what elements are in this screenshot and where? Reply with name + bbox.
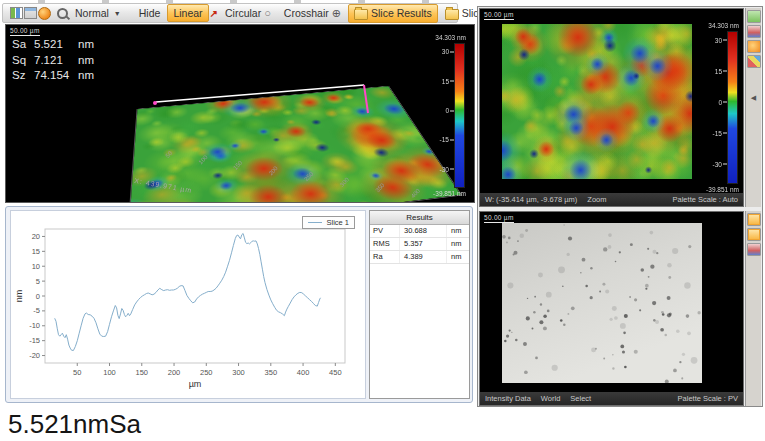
stat-sq: Sq7.121nm — [12, 53, 94, 69]
svg-text:350: 350 — [265, 368, 278, 377]
scale-bar-label: 50.00 µm — [484, 11, 514, 20]
view-mode-dropdown[interactable]: Normal ▼ — [69, 4, 127, 22]
folder-icon — [445, 9, 459, 20]
tool-select-button[interactable]: Select — [570, 394, 591, 403]
chevron-down-icon: ▼ — [114, 10, 121, 17]
palette-scale-button[interactable]: Palette Scale : PV — [678, 394, 738, 403]
layers-icon[interactable] — [747, 25, 761, 38]
intensity-view[interactable]: 50.00 µm Intensity Data World Select Pal… — [479, 211, 744, 406]
svg-text:20: 20 — [32, 232, 40, 241]
linear-slice-button[interactable]: Linear — [167, 4, 208, 22]
slice-profile-chart-panel[interactable]: 50100150200250300350400450-20-15-10-5051… — [10, 210, 366, 399]
stat-sz: Sz74.154nm — [12, 68, 94, 84]
table-row: RMS5.357nm — [370, 238, 469, 251]
palette-scale-button[interactable]: Palette Scale : Auto — [673, 195, 738, 204]
palette-icon[interactable] — [38, 7, 51, 20]
svg-text:0: 0 — [36, 292, 40, 301]
red-arrow-icon: ↗ — [210, 8, 218, 19]
map-side-toolbar: ◀ — [745, 8, 761, 207]
grid-icon — [10, 7, 23, 19]
measure-tool-icon[interactable] — [747, 243, 761, 256]
height-map-window: 50.00 µm 34.303 nm 30150-15-30 -39.851 n… — [479, 8, 761, 207]
slice-direction-icon[interactable]: ↗ — [210, 7, 218, 20]
colormap-icon[interactable] — [747, 55, 761, 68]
zoom-tool-icon[interactable] — [57, 7, 68, 20]
coordinate-space-button[interactable]: World — [541, 394, 560, 403]
svg-text:15: 15 — [32, 247, 40, 256]
split-view-icon — [24, 7, 37, 19]
svg-text:-10: -10 — [29, 321, 40, 330]
results-table-title: Results — [370, 211, 469, 225]
folder-icon — [354, 9, 368, 20]
circular-slice-button[interactable]: Circular○ — [219, 4, 277, 22]
table-row: PV30.688nm — [370, 225, 469, 238]
colorbar-gradient[interactable] — [454, 43, 465, 188]
height-colorbar[interactable]: 34.303 nm 30150-15-30 -39.851 nm — [414, 43, 466, 188]
svg-text:nm: nm — [14, 290, 24, 303]
svg-text:200: 200 — [168, 368, 181, 377]
colorbar-max-label: 34.303 nm — [435, 34, 466, 41]
surface-3d-panel[interactable]: 50.00 µm Sa5.521nm Sq7.121nm Sz74.154nm … — [5, 24, 475, 203]
slice-results-button[interactable]: Slice Results — [348, 4, 438, 23]
sa-readout: 5.521nmSa — [8, 409, 141, 440]
table-row: Ra4.389nm — [370, 251, 469, 264]
data-type-button[interactable]: Intensity Data — [485, 394, 531, 403]
layout-grid-icon[interactable] — [10, 7, 23, 20]
layout-split-icon[interactable] — [24, 7, 37, 20]
crosshair-button[interactable]: Crosshair⊕ — [278, 4, 347, 23]
svg-text:-20: -20 — [29, 351, 40, 360]
colorbar-ticks: 30150-15-30 — [701, 31, 727, 184]
svg-text:-5: -5 — [33, 306, 40, 315]
intensity-status-bar: Intensity Data World Select Palette Scal… — [480, 392, 743, 405]
svg-text:µm: µm — [189, 379, 202, 389]
intensity-window: 50.00 µm Intensity Data World Select Pal… — [479, 211, 761, 406]
surface-stats: Sa5.521nm Sq7.121nm Sz74.154nm — [12, 37, 94, 84]
intensity-canvas[interactable] — [502, 223, 702, 383]
colorbar-min-label: -39.851 nm — [433, 190, 466, 197]
svg-text:250: 250 — [200, 368, 213, 377]
collapse-arrow-icon[interactable]: ◀ — [751, 94, 756, 102]
colorbar-gradient[interactable] — [727, 31, 738, 184]
scale-bar-label: 50.00 µm — [10, 27, 40, 36]
svg-text:-15: -15 — [29, 336, 40, 345]
svg-text:50: 50 — [73, 368, 81, 377]
ruler-icon[interactable] — [747, 10, 761, 23]
crosshair-icon: ⊕ — [332, 7, 341, 20]
hide-button[interactable]: Hide — [133, 4, 167, 22]
svg-text:400: 400 — [297, 368, 310, 377]
legend-label: Slice 1 — [326, 218, 349, 227]
map-status-bar: W: (-35.414 µm, -9.678 µm) Zoom Palette … — [480, 193, 743, 206]
svg-text:100: 100 — [103, 368, 116, 377]
view-mode-label: Normal — [75, 7, 109, 19]
svg-text:150: 150 — [136, 368, 149, 377]
svg-text:300: 300 — [232, 368, 245, 377]
height-map-canvas[interactable] — [502, 24, 692, 179]
colorbar-ticks: 30150-15-30 — [428, 43, 454, 188]
svg-text:5: 5 — [36, 277, 40, 286]
pan-tool-icon[interactable] — [747, 213, 761, 226]
stat-sa: Sa5.521nm — [12, 37, 94, 53]
palette-icon[interactable] — [747, 40, 761, 53]
chart-legend[interactable]: Slice 1 — [302, 216, 355, 229]
colorbar-min-label: -39.851 nm — [706, 186, 739, 193]
colorbar-max-label: 34.303 nm — [708, 22, 739, 29]
slice-profile-chart[interactable]: 50100150200250300350400450-20-15-10-5051… — [13, 219, 353, 391]
magnifier-icon — [57, 8, 68, 19]
cursor-coordinates: W: (-35.414 µm, -9.678 µm) — [485, 195, 577, 204]
svg-text:10: 10 — [32, 262, 40, 271]
circle-icon: ○ — [264, 7, 271, 19]
svg-text:450: 450 — [329, 368, 342, 377]
legend-line-swatch — [308, 222, 322, 223]
orange-circle-icon — [38, 7, 51, 20]
main-toolbar: Normal ▼ Hide Linear ↗ Circular○ Crossha… — [2, 3, 458, 23]
results-table-panel: Results PV30.688nm RMS5.357nm Ra4.389nm — [369, 210, 470, 399]
zoom-mode-button[interactable]: Zoom — [587, 195, 606, 204]
height-map-view[interactable]: 50.00 µm 34.303 nm 30150-15-30 -39.851 n… — [479, 8, 744, 207]
intensity-side-toolbar — [745, 211, 761, 406]
app-window: { "colors": { "accent_orange": "#f8b43e"… — [0, 0, 765, 441]
slice-results-window: 50100150200250300350400450-20-15-10-5051… — [5, 206, 473, 403]
select-tool-icon[interactable] — [747, 228, 761, 241]
surface-3d-view[interactable] — [131, 24, 431, 203]
height-colorbar[interactable]: 34.303 nm 30150-15-30 -39.851 nm — [687, 31, 739, 184]
scale-bar-label: 50.00 µm — [484, 214, 514, 223]
